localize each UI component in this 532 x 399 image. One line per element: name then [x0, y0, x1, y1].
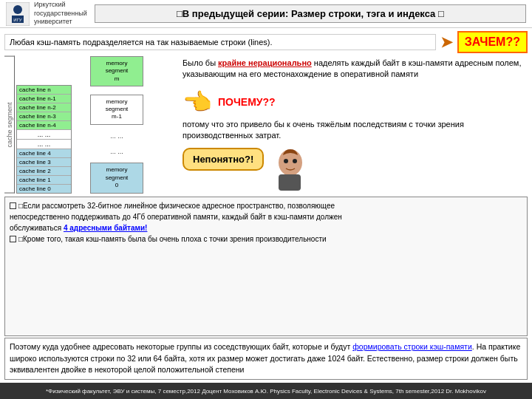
bottom-line2: непосредственно поддерживать до 4Гб опер… [10, 211, 522, 222]
cache-dots-2: ... ... [17, 140, 71, 149]
form-link: формировать строки кэш-памяти [352, 342, 472, 351]
address-link: 4 адресными байтами! [64, 224, 147, 232]
footer-text: *Физический факультет, ЭВУ и системы, 7 … [46, 388, 486, 395]
mem-dots-2: ... ... [90, 148, 143, 155]
svg-rect-5 [279, 174, 301, 191]
conclusion-box: Поэтому куда удобнее адресовать некоторы… [4, 338, 528, 380]
why-row: 👈 ПОЧЕМУ?? [183, 88, 528, 116]
cache-lines-column: cache line n cache line n-1 cache line n… [16, 56, 72, 194]
cache-lines-box: cache line n cache line n-1 cache line n… [16, 85, 72, 194]
cache-dots-1: ... ... [17, 130, 71, 140]
cache-line-n1: cache line n-1 [17, 95, 71, 103]
cache-line-3: cache line 3 [17, 158, 71, 167]
cache-line-2: cache line 2 [17, 167, 71, 176]
memory-segments-column: memorysegmentm memorysegmentm-1 ... ... … [90, 56, 143, 194]
memory-seg-m: memorysegmentm [90, 56, 143, 86]
hand-icon: 👈 [183, 88, 212, 116]
bottom-line4: □Кроме того, такая кэш-память была бы оч… [10, 233, 522, 245]
unclear-bubble: Непонятно?! [183, 148, 264, 171]
svg-point-6 [284, 159, 288, 163]
cache-line-n2: cache line n-2 [17, 103, 71, 112]
reason-box: Было бы крайне нерационально наделять ка… [183, 56, 528, 82]
title-banner: □В предыдущей серии: Размер строки, тэга… [95, 4, 526, 23]
person-icon [270, 148, 310, 194]
bottom-line1: □Если рассмотреть 32-битное линейное физ… [10, 200, 522, 211]
cache-line-n: cache line n [17, 86, 71, 95]
text-area: Было бы крайне нерационально наделять ка… [183, 56, 528, 194]
footer: *Физический факультет, ЭВУ и системы, 7 … [0, 383, 532, 399]
why-label: ПОЧЕМУ?? [218, 96, 276, 108]
irrational-text: крайне нерационально [218, 58, 312, 67]
arrow-right-icon: ➤ [440, 33, 453, 51]
bottom-line3: обслуживаться 4 адресными байтами! [10, 222, 522, 233]
unclear-row: Непонятно?! [183, 148, 528, 194]
checkbox-icon-2 [10, 236, 16, 242]
why-badge: ЗАЧЕМ?? [457, 31, 528, 53]
diagram-area: cache segment cache line n cache line n-… [4, 56, 178, 194]
cache-line-1: cache line 1 [17, 176, 71, 185]
logo-area: ИГУ Иркутский государственный университе… [6, 1, 87, 27]
intro-row: Любая кэш-память подразделяется на так н… [4, 31, 528, 53]
mid-section: cache segment cache line n cache line n-… [4, 56, 528, 194]
svg-text:ИГУ: ИГУ [13, 18, 22, 22]
cache-segment-label: cache segment [4, 56, 15, 194]
main-content: Любая кэш-память подразделяется на так н… [0, 28, 532, 383]
university-logo-icon: ИГУ [6, 2, 30, 26]
bottom-right-box: □Если рассмотреть 32-битное линейное физ… [4, 197, 528, 336]
cache-line-n4: cache line n-4 [17, 121, 71, 130]
svg-point-7 [293, 159, 297, 163]
cache-line-4: cache line 4 [17, 149, 71, 158]
memory-seg-0: memorysegment0 [90, 163, 143, 193]
memory-seg-m1: memorysegmentm-1 [90, 95, 143, 125]
conclusion-prefix: Поэтому куда удобнее адресовать некоторы… [10, 342, 352, 351]
because-text: потому что это привело бы к очень тяжёлы… [183, 119, 528, 142]
header: ИГУ Иркутский государственный университе… [0, 0, 532, 28]
university-name: Иркутский государственный университет [34, 1, 87, 27]
svg-point-4 [279, 149, 302, 176]
cache-line-0: cache line 0 [17, 185, 71, 193]
svg-point-1 [13, 5, 22, 14]
reason-prefix: Было бы [183, 58, 218, 67]
cache-line-n3: cache line n-3 [17, 112, 71, 121]
intro-text: Любая кэш-память подразделяется на так н… [4, 34, 436, 50]
checkbox-icon-1 [10, 202, 16, 209]
mem-dots-1: ... ... [90, 132, 143, 140]
